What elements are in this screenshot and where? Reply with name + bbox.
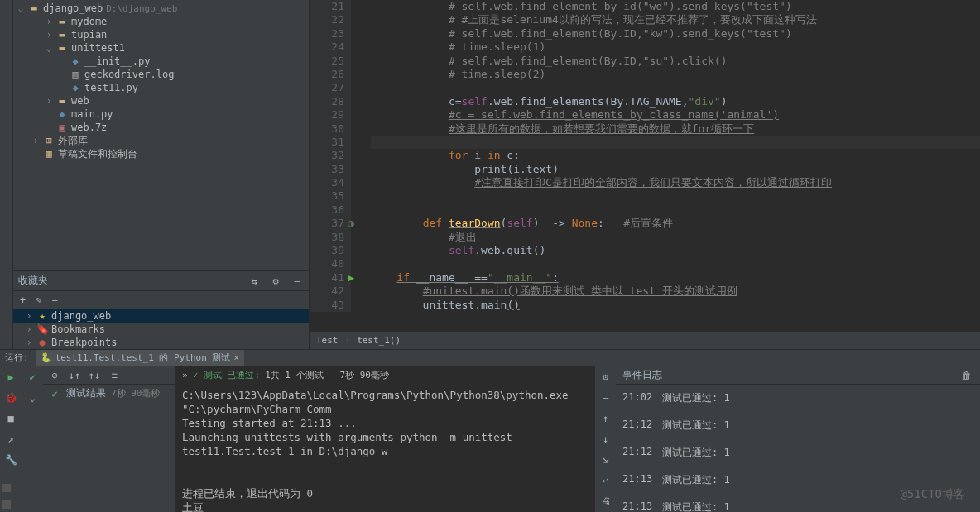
tree-row[interactable]: ›⊞外部库 [13,134,309,147]
event-row[interactable]: 21:13测试已通过: 1 [622,500,973,512]
event-row[interactable]: 21:12测试已通过: 1 [622,419,973,433]
code-line[interactable]: #这里是所有的数据，如若想要我们需要的数据，就for循环一下 [371,122,980,136]
layout-icon[interactable]: ⇆ [247,275,261,288]
breadcrumb-item[interactable]: Test [316,335,339,346]
todo-icon[interactable] [2,500,11,509]
line-number[interactable]: 34 [310,176,344,189]
expand-all-icon[interactable]: ≡ [108,369,121,382]
line-number[interactable]: 40 [310,257,344,270]
code-line[interactable]: # time.sleep(2) [371,68,980,81]
collapse-icon[interactable]: ⌄ [26,391,39,404]
line-number[interactable]: 30 [310,122,344,136]
tree-row[interactable]: ›▬tupian [13,28,309,41]
wrench-icon[interactable]: 🔧 [4,453,17,467]
line-number[interactable]: 26 [310,68,344,81]
line-number[interactable]: 22 [310,13,344,26]
code-line[interactable]: #退出 [371,231,980,244]
code-line[interactable]: # self.web.find_element(By.ID,"kw").send… [371,27,980,41]
line-number[interactable]: 41▶ [310,271,344,285]
chevron-icon[interactable]: › [45,29,53,41]
tree-row[interactable]: ▣web.7z [13,121,309,134]
console-output[interactable]: C:\Users\123\AppData\Local\Programs\Pyth… [175,385,594,512]
chevron-icon[interactable]: › [31,135,40,146]
code-line[interactable]: def tearDown(self) -> None: #后置条件 [371,217,980,230]
code-line[interactable] [371,203,980,217]
code-line[interactable]: for i in c: [371,149,980,162]
line-number[interactable]: 28 [310,95,344,108]
code-line[interactable]: unittest.main() [371,299,980,312]
code-line[interactable] [371,189,980,203]
code-line[interactable]: #unitest.main()函数用来测试 类中以 test 开头的测试用例 [371,285,980,298]
debug-icon[interactable]: 🐞 [4,391,17,404]
favorite-item[interactable]: ›●Breakpoints [13,336,309,349]
chevron-icon[interactable]: › [25,337,33,348]
tree-row[interactable]: ⌄▬unittest1 [13,41,309,55]
favorite-item[interactable]: ›🔖Bookmarks [13,323,309,336]
breadcrumb-item[interactable]: test_1() [357,335,401,346]
code-line[interactable]: #c = self.web.find_elements_by_class_nam… [371,108,980,122]
stop-icon[interactable]: ■ [4,412,17,425]
chevron-icon[interactable]: › [45,95,53,107]
tree-row[interactable]: ◆test11.py [13,81,309,94]
tree-row[interactable]: ▤geckodriver.log [13,68,309,81]
code-line[interactable]: #注意直接打印C是打印的全部内容，我们只要文本内容，所以通过循环打印 [371,176,980,189]
sort-asc-icon[interactable]: ↓↑ [68,369,81,382]
pin-icon[interactable]: ↗ [4,433,17,446]
line-number[interactable]: 23 [310,27,344,41]
line-number[interactable]: 42 [310,285,344,298]
line-number[interactable]: 38 [310,231,344,244]
chevron-down-icon[interactable]: ⌄ [17,2,25,14]
code-line[interactable]: # #上面是selenium4以前的写法，现在已经不推荐了，要改成下面这种写法 [371,13,980,26]
line-number[interactable]: 39 [310,244,344,257]
test-root-row[interactable]: ✔ 测试结果 7秒 90毫秒 [43,385,175,402]
line-number[interactable]: 29 [310,108,344,122]
tree-row[interactable]: ◆main.py [13,108,309,121]
gear-icon[interactable]: ⚙ [269,275,282,288]
clock-icon[interactable]: ⊘ [48,369,61,382]
code-line[interactable]: # time.sleep(1) [371,41,980,54]
code-line[interactable]: # self.web.find_element_by_id("wd").send… [371,0,980,13]
export-icon[interactable]: ⇲ [599,453,612,467]
override-icon[interactable]: ◑ [348,217,354,230]
test-tree[interactable]: ⊘ ↓↑ ↑↓ ≡ ✔ 测试结果 7秒 90毫秒 [43,366,175,512]
run-icon[interactable]: ▶ [4,371,17,384]
code-line[interactable]: if __name__ =="__main__": [371,271,980,285]
code-line[interactable]: # self.web.find_element(By.ID,"su").clic… [371,55,980,68]
event-row[interactable]: 21:02测试已通过: 1 [622,391,973,405]
print-icon[interactable]: 🖨 [599,495,612,508]
tree-row[interactable]: ▦草稿文件和控制台 [13,147,309,160]
event-row[interactable]: 21:12测试已通过: 1 [622,446,973,460]
run-config-tab[interactable]: 🐍 test11.Test.test_1 的 Python 测试 × [36,350,244,366]
check-icon[interactable]: ✔ [26,371,39,384]
chevron-icon[interactable]: › [45,16,53,27]
project-tree[interactable]: ⌄ ▬ django_web D:\django_web ›▬mydome›▬t… [13,0,309,162]
add-icon[interactable]: + [20,294,26,306]
edit-icon[interactable]: ✎ [36,294,41,306]
chevron-icon[interactable]: › [25,310,33,322]
breadcrumbs[interactable]: Test › test_1() [310,331,980,349]
favorite-item[interactable]: ›★django_web [13,309,309,323]
chevrons-icon[interactable]: » [182,370,188,380]
line-number[interactable]: 36 [310,203,344,217]
line-number[interactable]: 37◑ [310,217,344,230]
line-number[interactable]: 31 [310,136,344,149]
editor[interactable]: 2122232425262728293031323334353637◑38394… [310,0,980,349]
code-line[interactable]: self.web.quit() [371,244,980,257]
delete-icon[interactable]: 🗑 [960,369,973,382]
gear-icon[interactable]: ⚙ [599,371,612,384]
tree-row[interactable]: ›▬mydome [13,15,309,28]
run-gutter-icon[interactable]: ▶ [348,271,354,285]
close-icon[interactable]: × [233,352,239,363]
tree-root[interactable]: ⌄ ▬ django_web D:\django_web [13,2,309,15]
code-line[interactable] [371,81,980,94]
line-number[interactable]: 43 [310,299,344,312]
line-number[interactable]: 25 [310,55,344,68]
code-line[interactable]: print(i.text) [371,163,980,176]
chevron-icon[interactable]: › [25,323,33,335]
line-number[interactable]: 35 [310,189,344,203]
minimize-icon[interactable]: — [291,275,304,288]
line-number[interactable]: 24 [310,41,344,54]
up-icon[interactable]: ↑ [599,412,612,425]
structure-icon[interactable] [2,484,11,492]
code-line[interactable] [371,136,980,149]
